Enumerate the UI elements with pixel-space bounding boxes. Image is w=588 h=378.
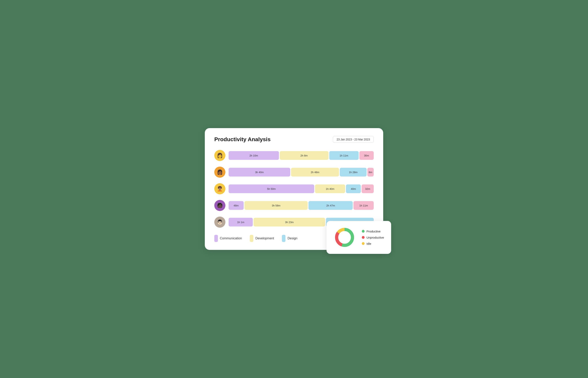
avatar-3: 🧑🏽‍🦱 bbox=[214, 183, 225, 194]
donut-legend-productive: Productive bbox=[362, 230, 384, 233]
bars-1: 2h 10m2h 8m1h 11m30m bbox=[229, 151, 374, 160]
bars-2: 3h 40m2h 48m1h 28m8m bbox=[229, 168, 374, 176]
bar-3-4: 32m bbox=[362, 184, 374, 193]
header: Productivity Analysis 23 Jan 2023 - 23 M… bbox=[214, 136, 374, 143]
bar-1-1: 2h 10m bbox=[229, 151, 279, 160]
legend-item-communication: Communication bbox=[214, 235, 242, 242]
donut-dot-productive bbox=[362, 230, 365, 233]
donut-label-unproductive: Unproductive bbox=[366, 236, 384, 239]
date-range[interactable]: 23 Jan 2023 - 23 Mar 2023 bbox=[333, 136, 374, 143]
bar-5-1: 1h 1m bbox=[229, 218, 253, 227]
bar-3-2: 1h 40m bbox=[315, 184, 345, 193]
chart-row-3: 🧑🏽‍🦱5h 50m1h 40m40m32m bbox=[214, 183, 374, 194]
avatar-1: 👩 bbox=[214, 150, 225, 161]
bar-4-2: 3h 58m bbox=[244, 201, 308, 210]
legend-label-communication: Communication bbox=[220, 237, 242, 240]
bar-2-4: 8m bbox=[367, 168, 374, 176]
donut-dot-idle bbox=[362, 242, 365, 245]
bar-1-2: 2h 8m bbox=[280, 151, 328, 160]
legend-color-design bbox=[282, 235, 286, 242]
chart-row-1: 👩2h 10m2h 8m1h 11m30m bbox=[214, 150, 374, 161]
bar-2-1: 3h 40m bbox=[229, 168, 290, 176]
avatar-2: 👩🏾 bbox=[214, 167, 225, 178]
chart-row-4: 🧑🏿48m3h 58m2h 47m1h 11m bbox=[214, 200, 374, 211]
chart-row-2: 👩🏾3h 40m2h 48m1h 28m8m bbox=[214, 167, 374, 178]
chart-rows: 👩2h 10m2h 8m1h 11m30m👩🏾3h 40m2h 48m1h 28… bbox=[214, 150, 374, 228]
bar-4-4: 1h 11m bbox=[353, 201, 374, 210]
bars-4: 48m3h 58m2h 47m1h 11m bbox=[229, 201, 374, 210]
donut-chart bbox=[334, 227, 355, 248]
bar-4-3: 2h 47m bbox=[308, 201, 353, 210]
avatar-4: 🧑🏿 bbox=[214, 200, 225, 211]
donut-svg bbox=[334, 227, 355, 248]
bar-1-4: 30m bbox=[359, 151, 374, 160]
bar-4-1: 48m bbox=[229, 201, 244, 210]
legend-color-communication bbox=[214, 235, 218, 242]
page-title: Productivity Analysis bbox=[214, 136, 271, 143]
legend-label-design: Design bbox=[287, 237, 297, 240]
svg-point-4 bbox=[339, 231, 351, 243]
donut-legend: Productive Unproductive Idle bbox=[362, 230, 384, 245]
main-card: Productivity Analysis 23 Jan 2023 - 23 M… bbox=[205, 128, 383, 250]
avatar-5: 👨🏻 bbox=[214, 216, 225, 228]
bar-3-1: 5h 50m bbox=[229, 184, 314, 193]
bars-3: 5h 50m1h 40m40m32m bbox=[229, 184, 374, 193]
donut-label-idle: Idle bbox=[366, 242, 371, 245]
donut-dot-unproductive bbox=[362, 236, 365, 239]
donut-legend-idle: Idle bbox=[362, 242, 384, 245]
donut-legend-unproductive: Unproductive bbox=[362, 236, 384, 239]
bar-3-3: 40m bbox=[346, 184, 361, 193]
legend-color-development bbox=[250, 235, 253, 242]
bar-5-2: 3h 23m bbox=[254, 218, 325, 227]
donut-card: Productive Unproductive Idle bbox=[327, 221, 391, 254]
bar-2-2: 2h 48m bbox=[291, 168, 339, 176]
legend-item-design: Design bbox=[282, 235, 297, 242]
bar-1-3: 1h 11m bbox=[329, 151, 359, 160]
legend-item-development: Development bbox=[250, 235, 274, 242]
donut-label-productive: Productive bbox=[366, 230, 381, 233]
bar-2-3: 1h 28m bbox=[340, 168, 366, 176]
legend-label-development: Development bbox=[255, 237, 274, 240]
